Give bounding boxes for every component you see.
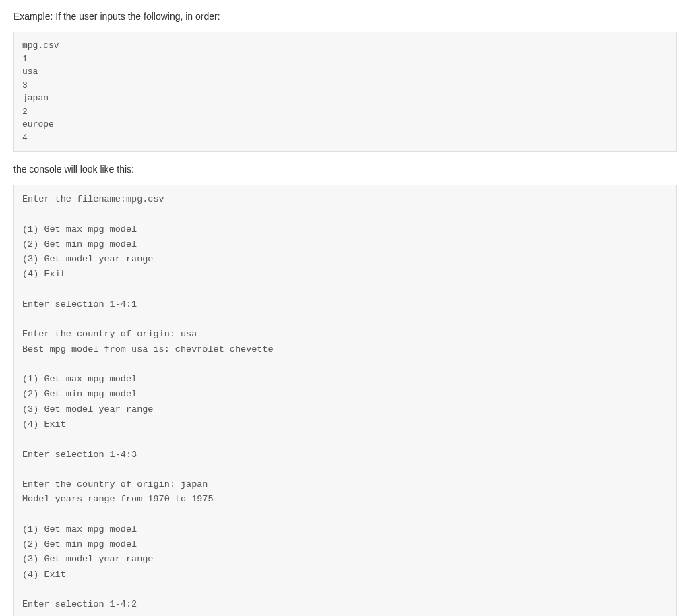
example-intro-text: Example: If the user inputs the followin… xyxy=(13,9,677,24)
console-intro-text: the console will look like this: xyxy=(13,162,677,177)
user-input-code-block: mpg.csv 1 usa 3 japan 2 europe 4 xyxy=(13,32,677,152)
console-output-block: Enter the filename:mpg.csv (1) Get max m… xyxy=(13,185,677,616)
